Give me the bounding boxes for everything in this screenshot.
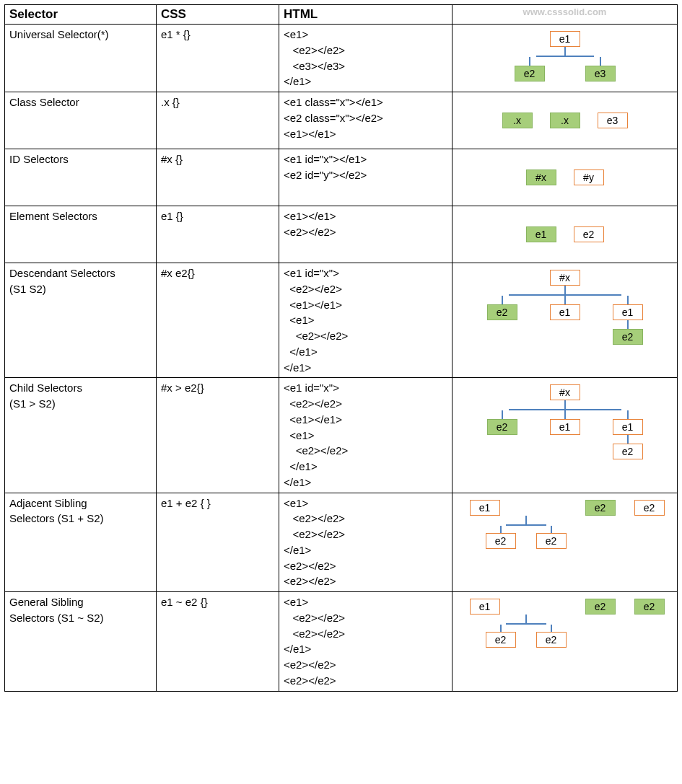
- table-row: Universal Selector(*)e1 * {}<e1> <e2></e…: [5, 25, 678, 92]
- diagram-node: e2: [585, 500, 616, 516]
- selector-name: Class Selector: [5, 92, 157, 149]
- diagram: #xe2e1e1e2: [457, 380, 673, 464]
- html-code: <e1> <e2></e2> <e2></e2> </e1> <e2></e2>…: [279, 493, 453, 592]
- diagram-node: e1: [550, 31, 580, 47]
- diagram-node: e2: [613, 444, 643, 459]
- table-row: Adjacent SiblingSelectors (S1 + S2)e1 + …: [5, 493, 678, 592]
- table-row: Class Selector.x {}<e1 class="x"></e1> <…: [5, 92, 678, 149]
- table-row: General SiblingSelectors (S1 ~ S2)e1 ~ e…: [5, 592, 678, 692]
- selector-name: Universal Selector(*): [5, 25, 157, 92]
- diagram-node: e2: [486, 632, 516, 648]
- selector-name: ID Selectors: [5, 149, 157, 206]
- diagram-cell: e1e2e2e2e2: [453, 592, 678, 692]
- selector-name: General SiblingSelectors (S1 ~ S2): [5, 592, 157, 692]
- diagram: e1e2e2e2e2: [457, 495, 673, 553]
- diagram-node: #x: [550, 384, 580, 400]
- diagram-node: e1: [550, 304, 580, 320]
- selector-name: Child Selectors(S1 > S2): [5, 378, 157, 493]
- diagram-node: .x: [502, 113, 533, 128]
- diagram: #x#y: [457, 151, 673, 203]
- table-row: ID Selectors#x {}<e1 id="x"></e1> <e2 id…: [5, 149, 678, 206]
- diagram: .x.xe3: [457, 94, 673, 146]
- css-code: e1 * {}: [157, 25, 279, 92]
- diagram-node: e1: [550, 419, 580, 435]
- css-code: e1 + e2 { }: [157, 493, 279, 592]
- css-code: e1 ~ e2 {}: [157, 592, 279, 692]
- diagram-node: e3: [598, 113, 628, 128]
- diagram-node: e1: [526, 226, 556, 242]
- diagram-cell: e1e2: [453, 206, 678, 263]
- header-css: CSS: [157, 5, 279, 25]
- css-code: #x e2{}: [157, 263, 279, 378]
- diagram-node: e2: [536, 632, 567, 648]
- html-code: <e1> <e2></e2> <e2></e2> </e1> <e2></e2>…: [279, 592, 453, 692]
- diagram-node: e1: [613, 419, 643, 435]
- diagram-node: e2: [515, 66, 545, 82]
- diagram-node: e2: [486, 533, 516, 549]
- diagram: e1e2e3: [457, 27, 673, 86]
- diagram-node: e1: [613, 304, 643, 320]
- diagram-node: e2: [585, 599, 616, 615]
- watermark: www.csssolid.com: [453, 5, 678, 25]
- diagram-node: e1: [470, 599, 500, 615]
- diagram-node: #x: [550, 270, 580, 286]
- css-code: .x {}: [157, 92, 279, 149]
- diagram-node: e2: [487, 419, 517, 435]
- diagram-node: .x: [550, 113, 580, 128]
- diagram-node: #x: [526, 169, 556, 185]
- diagram: e1e2e2e2e2: [457, 594, 673, 652]
- table-row: Element Selectorse1 {}<e1></e1> <e2></e2…: [5, 206, 678, 263]
- diagram: #xe2e1e1e2: [457, 265, 673, 349]
- diagram-cell: e1e2e3: [453, 25, 678, 92]
- diagram-node: #y: [574, 169, 604, 185]
- diagram-cell: #xe2e1e1e2: [453, 378, 678, 493]
- header-selector: Selector: [5, 5, 157, 25]
- diagram-node: e3: [585, 66, 616, 82]
- html-code: <e1 id="x"> <e2></e2> <e1></e1> <e1> <e2…: [279, 263, 453, 378]
- selector-name: Descendant Selectors(S1 S2): [5, 263, 157, 378]
- html-code: <e1> <e2></e2> <e3></e3> </e1>: [279, 25, 453, 92]
- diagram-node: e1: [470, 500, 500, 516]
- selector-name: Element Selectors: [5, 206, 157, 263]
- css-code: #x {}: [157, 149, 279, 206]
- selector-name: Adjacent SiblingSelectors (S1 + S2): [5, 493, 157, 592]
- diagram-cell: .x.xe3: [453, 92, 678, 149]
- html-code: <e1></e1> <e2></e2>: [279, 206, 453, 263]
- diagram-cell: #x#y: [453, 149, 678, 206]
- html-code: <e1 class="x"></e1> <e2 class="x"></e2> …: [279, 92, 453, 149]
- diagram-node: e2: [634, 599, 665, 615]
- diagram-cell: #xe2e1e1e2: [453, 263, 678, 378]
- diagram-cell: e1e2e2e2e2: [453, 493, 678, 592]
- css-code: #x > e2{}: [157, 378, 279, 493]
- header-html: HTML: [279, 5, 453, 25]
- diagram-node: e2: [536, 533, 567, 549]
- diagram-node: e2: [487, 304, 517, 320]
- diagram-node: e2: [634, 500, 665, 516]
- table-row: Descendant Selectors(S1 S2)#x e2{}<e1 id…: [5, 263, 678, 378]
- diagram: e1e2: [457, 208, 673, 260]
- css-selectors-table: Selector CSS HTML www.csssolid.com Unive…: [4, 4, 678, 692]
- diagram-node: e2: [574, 226, 604, 242]
- html-code: <e1 id="x"></e1> <e2 id="y"></e2>: [279, 149, 453, 206]
- html-code: <e1 id="x"> <e2></e2> <e1></e1> <e1> <e2…: [279, 378, 453, 493]
- table-row: Child Selectors(S1 > S2)#x > e2{}<e1 id=…: [5, 378, 678, 493]
- css-code: e1 {}: [157, 206, 279, 263]
- diagram-node: e2: [613, 329, 643, 345]
